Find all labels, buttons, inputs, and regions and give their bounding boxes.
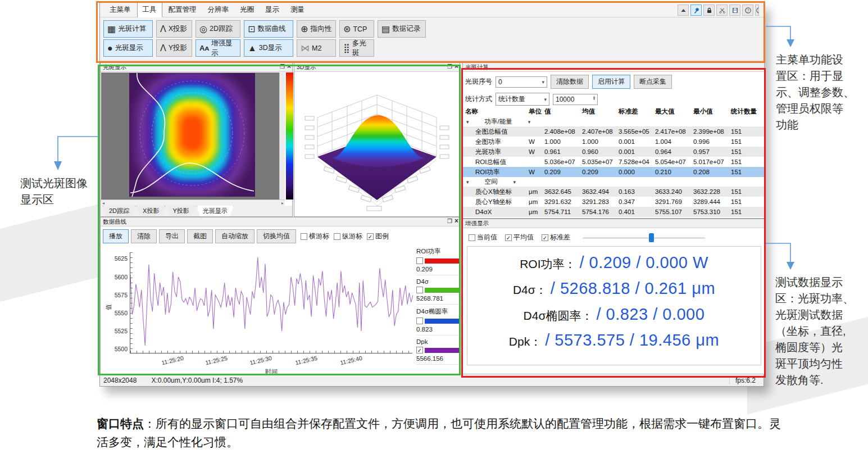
v-cursor-checkbox[interactable]: 纵游标 <box>334 232 362 241</box>
close-icon[interactable]: × <box>455 218 458 225</box>
toolbar-button-pointing[interactable]: ⊕指向性 <box>297 20 336 38</box>
horizontal-scrollbar[interactable]: ◂▸ <box>101 199 285 206</box>
3d-plot-area[interactable] <box>295 72 460 216</box>
mean-value-checkbox[interactable]: 平均值 <box>505 233 534 242</box>
snapshot-button[interactable]: 截图 <box>187 229 213 243</box>
toolbar-button-multi-spot[interactable]: ⣿多光斑 <box>339 39 374 57</box>
help-icon[interactable]: ? <box>742 4 753 16</box>
toolbar-button-spot-display[interactable]: ●光斑显示 <box>103 39 153 57</box>
table-row-selected[interactable]: ROI功率W0.2090.2090.0000.2100.208151 <box>463 167 765 177</box>
toolbar-button-2d-track[interactable]: ◎2D跟踪 <box>196 20 240 38</box>
table-row[interactable]: 全图总幅值2.408e+082.407e+083.565e+052.417e+0… <box>463 126 765 137</box>
play-button[interactable]: 播放 <box>103 229 129 243</box>
legend-ellipticity: D4σ椭圆率 0.823 <box>416 305 459 335</box>
table-group-row[interactable]: ▾功率/能量▾ <box>463 117 765 126</box>
beam-image-area[interactable] <box>101 72 285 199</box>
cut-icon[interactable] <box>716 4 728 16</box>
m2-icon: ⋈ <box>301 44 310 53</box>
tab-y-projection[interactable]: Y投影 <box>166 206 195 217</box>
close-icon[interactable]: × <box>455 64 458 70</box>
table-row[interactable]: 光斑功率W0.9610.9600.0010.9640.957151 <box>463 147 765 157</box>
checkbox-icon[interactable] <box>416 318 423 324</box>
checkbox-icon[interactable] <box>469 234 475 241</box>
float-icon[interactable]: ❐ <box>447 64 452 70</box>
tab-x-projection[interactable]: X投影 <box>137 206 165 217</box>
toolbar-button-data-curve[interactable]: ⊡数据曲线 <box>244 20 293 38</box>
auto-zoom-button[interactable]: 自动缩放 <box>215 229 255 243</box>
toggle-mean-button[interactable]: 切换均值 <box>257 229 296 243</box>
legend-color-bar <box>425 319 459 324</box>
resolution-text: 2048x2048 <box>103 377 137 384</box>
clear-button[interactable]: 清除 <box>131 229 157 243</box>
h-cursor-checkbox[interactable]: 横游标 <box>301 232 329 241</box>
std-dev-checkbox[interactable]: 标准差 <box>542 233 570 242</box>
table-group-row[interactable]: ▾空间▾ <box>463 177 765 187</box>
vertical-scrollbar[interactable] <box>279 72 285 199</box>
menu-aperture[interactable]: 光圈 <box>235 3 259 17</box>
menu-measure[interactable]: 测量 <box>285 3 310 17</box>
table-row[interactable]: 质心X轴坐标μm3632.6453632.4940.1633633.240363… <box>463 187 765 197</box>
seq-select[interactable]: 0▾ <box>496 76 547 88</box>
clear-data-button[interactable]: 清除数据 <box>551 75 589 89</box>
checkbox-icon[interactable] <box>542 234 548 241</box>
toolbar-button-enhance-display[interactable]: Aᴀ增强显示 <box>196 39 240 57</box>
tab-spot-display[interactable]: 光斑显示 <box>197 206 234 217</box>
cursor-text: X:0.00um,Y:0.00um I:4; 1.57% <box>151 377 243 384</box>
toolbar-button-x-projection[interactable]: ΛX投影 <box>156 20 192 38</box>
checkbox-icon[interactable] <box>505 234 512 241</box>
legend-color-bar <box>425 348 459 353</box>
menu-display[interactable]: 显示 <box>260 3 284 17</box>
toolbar-button-m2[interactable]: ⋈M2 <box>297 39 336 57</box>
curve-toolbar: 播放 清除 导出 截图 自动缩放 切换均值 横游标 纵游标 图例 <box>103 229 389 243</box>
current-value-checkbox[interactable]: 当前值 <box>469 233 497 242</box>
save-icon[interactable] <box>729 4 740 16</box>
lock-icon[interactable] <box>703 4 715 16</box>
close-icon[interactable]: × <box>287 64 291 70</box>
y-tick: 5525 <box>115 328 128 334</box>
data-record-icon: ▤ <box>381 25 390 34</box>
checkbox-icon[interactable] <box>301 233 307 240</box>
curve-plot[interactable]: 5625 5600 5575 5550 5525 5500 11:25:20 1… <box>130 252 412 353</box>
toolbar-button-y-projection[interactable]: ΛY投影 <box>156 39 192 57</box>
float-icon[interactable]: ❐ <box>280 64 285 70</box>
menu-resolution[interactable]: 分辨率 <box>203 3 234 17</box>
table-row[interactable]: D4σXμm5754.7115754.1760.4015755.1075753.… <box>463 207 765 217</box>
toolbar-button-3d-display[interactable]: ▲3D显示 <box>244 39 293 57</box>
3d-display-panel: 3D显示 ❐× <box>294 62 460 217</box>
stat-mode-select[interactable]: 统计数量▾ <box>496 93 549 106</box>
checkbox-icon[interactable] <box>367 233 374 240</box>
menu-tools[interactable]: 工具 <box>137 2 162 17</box>
spot-calc-panel: 光斑计算 光斑序号 0▾ 清除数据 启用计算 断点采集 统计方式 统计数量▾ 1… <box>462 62 765 219</box>
table-row[interactable]: 质心Y轴坐标μm3291.6323291.2830.3473291.769328… <box>463 197 765 207</box>
table-row[interactable]: 全图功率W1.0001.0000.0011.0040.996151 <box>463 137 765 147</box>
checkbox-icon[interactable] <box>416 257 423 264</box>
export-button[interactable]: 导出 <box>159 229 185 243</box>
float-icon[interactable]: ❐ <box>447 218 452 225</box>
menu-main[interactable]: 主菜单 <box>104 3 136 17</box>
checkbox-icon[interactable] <box>416 287 423 293</box>
legend-d4sigma: D4σ 5268.781 <box>416 275 459 305</box>
stat-count-spinner[interactable]: 10000▴▾ <box>553 94 598 105</box>
table-row[interactable]: ROI总幅值5.036e+075.035e+077.528e+045.054e+… <box>463 157 765 167</box>
legend-checkbox[interactable]: 图例 <box>367 232 389 241</box>
pin-icon[interactable] <box>690 4 702 16</box>
stat-mode-label: 统计方式 <box>465 94 492 104</box>
info-icon[interactable] <box>755 4 759 16</box>
footer-note: 窗口特点：所有的显示窗口可自由组合并保存配置文件，方便调用，也可使用系统默认的配… <box>97 414 783 451</box>
toolbar-button-data-record[interactable]: ▤数据记录 <box>378 20 426 38</box>
menu-config[interactable]: 配置管理 <box>163 3 202 17</box>
chevron-down-icon: ▾ <box>528 119 531 125</box>
slider-handle[interactable] <box>649 233 654 242</box>
x-tick: 11:25:25 <box>204 355 228 366</box>
collapse-icon[interactable] <box>678 4 689 16</box>
toolbar-button-spot-calc[interactable]: ▦光斑计算 <box>103 20 153 38</box>
checkbox-icon[interactable] <box>416 347 423 353</box>
checkbox-icon[interactable] <box>334 233 340 240</box>
calc-table: 名称单位值均值标准差最大值最小值统计数量 ▾功率/能量▾ 全图总幅值2.408e… <box>463 106 765 217</box>
breakpoint-capture-button[interactable]: 断点采集 <box>634 75 672 89</box>
seq-label: 光斑序号 <box>465 77 492 87</box>
font-size-slider[interactable] <box>583 233 705 242</box>
y-tick: 5500 <box>115 346 128 352</box>
toolbar-button-tcp[interactable]: ⊛TCP <box>339 20 374 38</box>
enable-calc-button[interactable]: 启用计算 <box>592 75 630 89</box>
